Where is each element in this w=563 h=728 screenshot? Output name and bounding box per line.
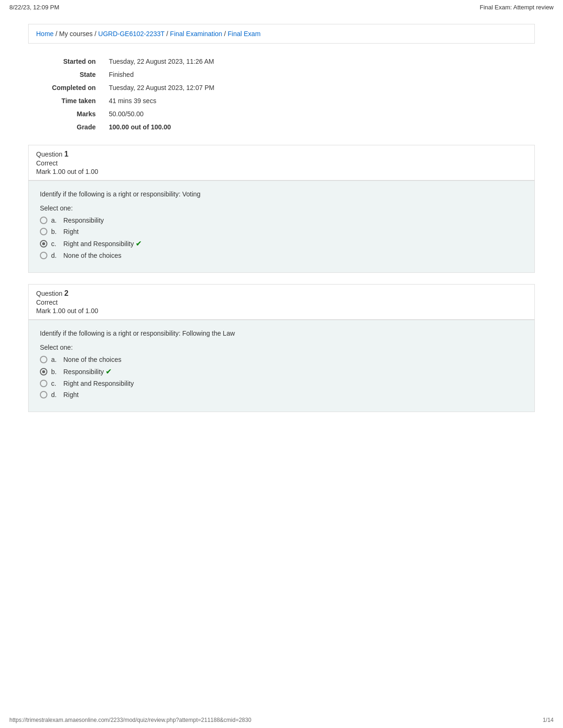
list-item: c. Right and Responsibility bbox=[40, 380, 523, 387]
top-bar: 8/22/23, 12:09 PM Final Exam: Attempt re… bbox=[0, 0, 563, 15]
state-value: Finished bbox=[103, 68, 535, 81]
list-item: a. None of the choices bbox=[40, 356, 523, 363]
question1-header: Question 1 Correct Mark 1.00 out of 1.00 bbox=[28, 145, 535, 180]
marks-label: Marks bbox=[28, 107, 103, 120]
question1-body: Identify if the following is a right or … bbox=[28, 180, 535, 273]
list-item: a. Responsibility bbox=[40, 217, 523, 224]
footer-page: 1/14 bbox=[543, 717, 554, 723]
radio-q2-c[interactable] bbox=[40, 380, 47, 387]
breadcrumb-final-examination[interactable]: Final Examination bbox=[170, 30, 222, 38]
list-item: d. Right bbox=[40, 391, 523, 398]
question1-mark: Mark 1.00 out of 1.00 bbox=[36, 168, 527, 175]
footer-bar: https://trimestralexam.amaesonline.com/2… bbox=[0, 717, 563, 723]
grade-label: Grade bbox=[28, 120, 103, 134]
correct-checkmark-q1: ✔ bbox=[136, 239, 142, 248]
started-on-value: Tuesday, 22 August 2023, 11:26 AM bbox=[103, 55, 535, 68]
summary-row-completed: Completed on Tuesday, 22 August 2023, 12… bbox=[28, 81, 535, 94]
list-item: c. Right and Responsibility ✔ bbox=[40, 239, 523, 248]
question2-header: Question 2 Correct Mark 1.00 out of 1.00 bbox=[28, 284, 535, 320]
page-title-label: Final Exam: Attempt review bbox=[480, 4, 554, 11]
radio-q2-b[interactable] bbox=[40, 368, 47, 375]
radio-q1-c[interactable] bbox=[40, 240, 47, 248]
question1-text: Identify if the following is a right or … bbox=[40, 190, 523, 198]
list-item: d. None of the choices bbox=[40, 252, 523, 259]
radio-q1-a[interactable] bbox=[40, 217, 47, 224]
question2-number: Question 2 bbox=[36, 289, 527, 298]
completed-on-label: Completed on bbox=[28, 81, 103, 94]
time-taken-value: 41 mins 39 secs bbox=[103, 94, 535, 107]
breadcrumb: Home / My courses / UGRD-GE6102-2233T / … bbox=[28, 24, 535, 44]
question1-select-label: Select one: bbox=[40, 204, 523, 212]
summary-row-state: State Finished bbox=[28, 68, 535, 81]
radio-q2-a[interactable] bbox=[40, 356, 47, 363]
question2-select-label: Select one: bbox=[40, 344, 523, 351]
summary-row-grade: Grade 100.00 out of 100.00 bbox=[28, 120, 535, 134]
main-content: Home / My courses / UGRD-GE6102-2233T / … bbox=[0, 15, 563, 451]
breadcrumb-final-exam[interactable]: Final Exam bbox=[228, 30, 260, 38]
radio-q1-b[interactable] bbox=[40, 228, 47, 235]
question1-status: Correct bbox=[36, 159, 527, 167]
question2-status: Correct bbox=[36, 299, 527, 306]
time-taken-label: Time taken bbox=[28, 94, 103, 107]
question2-text: Identify if the following is a right or … bbox=[40, 330, 523, 337]
radio-q1-d[interactable] bbox=[40, 252, 47, 259]
summary-row-started: Started on Tuesday, 22 August 2023, 11:2… bbox=[28, 55, 535, 68]
datetime-label: 8/22/23, 12:09 PM bbox=[9, 4, 59, 11]
marks-value: 50.00/50.00 bbox=[103, 107, 535, 120]
state-label: State bbox=[28, 68, 103, 81]
breadcrumb-my-courses: My courses bbox=[59, 30, 93, 38]
question2-options: a. None of the choices b. Responsibility… bbox=[40, 356, 523, 398]
footer-url: https://trimestralexam.amaesonline.com/2… bbox=[9, 717, 251, 723]
breadcrumb-sep1: / bbox=[55, 30, 59, 38]
list-item: b. Responsibility ✔ bbox=[40, 367, 523, 376]
question2-body: Identify if the following is a right or … bbox=[28, 320, 535, 412]
question1-number: Question 1 bbox=[36, 150, 527, 158]
question2-mark: Mark 1.00 out of 1.00 bbox=[36, 307, 527, 315]
correct-checkmark-q2: ✔ bbox=[106, 367, 112, 376]
list-item: b. Right bbox=[40, 228, 523, 235]
breadcrumb-course-code[interactable]: UGRD-GE6102-2233T bbox=[98, 30, 164, 38]
summary-row-marks: Marks 50.00/50.00 bbox=[28, 107, 535, 120]
breadcrumb-home[interactable]: Home bbox=[36, 30, 53, 38]
radio-q2-d[interactable] bbox=[40, 391, 47, 398]
question1-options: a. Responsibility b. Right c. Right and … bbox=[40, 217, 523, 259]
started-on-label: Started on bbox=[28, 55, 103, 68]
summary-row-time: Time taken 41 mins 39 secs bbox=[28, 94, 535, 107]
grade-value: 100.00 out of 100.00 bbox=[103, 120, 535, 134]
summary-table: Started on Tuesday, 22 August 2023, 11:2… bbox=[28, 55, 535, 134]
completed-on-value: Tuesday, 22 August 2023, 12:07 PM bbox=[103, 81, 535, 94]
